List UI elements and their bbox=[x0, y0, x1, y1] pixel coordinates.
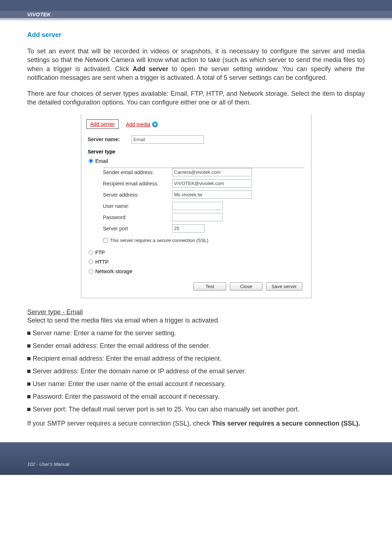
bullet-text: Password: Enter the password of the emai… bbox=[33, 393, 220, 400]
recipient-input[interactable] bbox=[172, 179, 252, 188]
bullet-icon bbox=[27, 370, 30, 373]
radio-ns-input[interactable] bbox=[89, 269, 93, 274]
bullet-password: Password: Enter the password of the emai… bbox=[27, 393, 365, 401]
username-row: User name: bbox=[103, 202, 305, 211]
brand-logo: VIVOTEK bbox=[27, 12, 51, 17]
port-input[interactable] bbox=[172, 224, 205, 233]
password-label: Password: bbox=[103, 213, 172, 222]
bullet-text: User name: Enter the user name of the em… bbox=[33, 380, 226, 387]
server-addr-label: Server address: bbox=[103, 190, 172, 199]
server-type-email-desc: Select to send the media files via email… bbox=[27, 317, 365, 324]
radio-http-label: HTTP bbox=[95, 259, 109, 265]
server-addr-row: Server address: bbox=[103, 190, 305, 200]
config-panel: Add server Add media ♥ Server name: Serv… bbox=[81, 114, 311, 298]
button-bar: Test Close Save server bbox=[88, 278, 305, 292]
intro-paragraph: To set an event that will be recorded in… bbox=[27, 47, 365, 82]
top-stripe bbox=[0, 0, 392, 11]
tabs-row: Add server Add media ♥ bbox=[81, 114, 311, 129]
radio-email-label: Email bbox=[95, 158, 108, 164]
sender-input[interactable] bbox=[172, 168, 252, 176]
tab-add-media[interactable]: Add media ♥ bbox=[122, 120, 162, 129]
bullet-icon bbox=[27, 382, 30, 386]
test-button[interactable]: Test bbox=[193, 282, 226, 291]
port-label: Server port bbox=[103, 224, 172, 233]
radio-http[interactable]: HTTP bbox=[89, 259, 305, 265]
server-name-input[interactable] bbox=[131, 135, 204, 144]
info-icon: ♥ bbox=[152, 122, 158, 127]
password-row: Password: bbox=[103, 213, 305, 222]
closing-bold: This server requires a secure connection… bbox=[212, 420, 360, 427]
radio-ns-label: Network storage bbox=[95, 268, 132, 274]
radio-network-storage[interactable]: Network storage bbox=[89, 268, 305, 274]
radio-ftp-input[interactable] bbox=[89, 250, 93, 255]
username-label: User name: bbox=[103, 202, 172, 210]
server-addr-input[interactable] bbox=[172, 190, 252, 199]
save-server-button[interactable]: Save server bbox=[266, 282, 302, 291]
close-button[interactable]: Close bbox=[230, 282, 262, 291]
bullet-server-address: Server address: Enter the domain name or… bbox=[27, 368, 365, 375]
bullet-text: Server name: Enter a name for the server… bbox=[33, 329, 176, 337]
bullet-icon bbox=[27, 357, 30, 360]
ssl-checkbox-row[interactable]: This server requires a secure connection… bbox=[103, 235, 305, 247]
radio-http-input[interactable] bbox=[89, 259, 93, 264]
paragraph-2: There are four choices of server types a… bbox=[27, 89, 365, 107]
bullet-text: Sender email address: Enter the email ad… bbox=[33, 342, 210, 349]
password-input[interactable] bbox=[172, 213, 223, 221]
config-panel-wrap: Add server Add media ♥ Server name: Serv… bbox=[27, 114, 365, 298]
server-name-row: Server name: bbox=[88, 135, 305, 144]
email-fields: Sender email address: Recipient email ad… bbox=[103, 168, 305, 233]
footer-text: 102 - User's Manual bbox=[27, 461, 69, 467]
header-band: VIVOTEK bbox=[0, 11, 392, 18]
server-type-email-underline: Server type - Email bbox=[27, 308, 83, 316]
sender-label: Sender email address: bbox=[103, 168, 172, 177]
bullet-icon bbox=[27, 408, 30, 411]
port-row: Server port bbox=[103, 224, 305, 233]
bullet-recipient: Recipient email address: Enter the email… bbox=[27, 355, 365, 362]
radio-email[interactable]: Email bbox=[89, 158, 305, 164]
tab-add-media-label: Add media bbox=[126, 122, 150, 127]
bullet-text: Recipient email address: Enter the email… bbox=[33, 355, 221, 362]
ssl-label: This server requires a secure connection… bbox=[110, 238, 209, 243]
tab-add-server-label: Add server bbox=[90, 121, 115, 127]
bullet-user-name: User name: Enter the user name of the em… bbox=[27, 380, 365, 388]
bullet-text: Server port: The default mail server por… bbox=[33, 406, 299, 413]
server-type-email-heading: Server type - Email bbox=[27, 308, 365, 316]
sender-row: Sender email address: bbox=[103, 168, 305, 177]
bullet-icon bbox=[27, 395, 30, 398]
tab-add-server[interactable]: Add server bbox=[86, 119, 119, 129]
radio-ftp[interactable]: FTP bbox=[89, 250, 305, 255]
server-type-heading: Server type bbox=[88, 149, 305, 155]
server-name-label: Server name: bbox=[88, 136, 131, 142]
radio-ftp-label: FTP bbox=[95, 250, 105, 255]
footer-band: 102 - User's Manual bbox=[0, 442, 392, 475]
bullet-text: Server address: Enter the domain name or… bbox=[33, 368, 246, 375]
bullet-icon bbox=[27, 344, 30, 348]
form-body: Server name: Server type Email Sender em… bbox=[81, 133, 311, 298]
page-content: Add server To set an event that will be … bbox=[0, 20, 392, 442]
bullet-icon bbox=[27, 332, 30, 335]
intro-bold: Add server bbox=[132, 65, 168, 73]
section-title: Add server bbox=[27, 31, 365, 39]
ssl-checkbox[interactable] bbox=[103, 238, 108, 243]
closing-paragraph: If your SMTP server requires a secure co… bbox=[27, 419, 365, 428]
bullet-server-port: Server port: The default mail server por… bbox=[27, 406, 365, 413]
bullet-sender: Sender email address: Enter the email ad… bbox=[27, 342, 365, 350]
closing-pre: If your SMTP server requires a secure co… bbox=[27, 420, 212, 427]
recipient-row: Recipient email address: bbox=[103, 179, 305, 188]
bullet-server-name: Server name: Enter a name for the server… bbox=[27, 329, 365, 337]
username-input[interactable] bbox=[172, 202, 223, 210]
radio-email-input[interactable] bbox=[89, 159, 93, 163]
recipient-label: Recipient email address: bbox=[103, 179, 172, 188]
